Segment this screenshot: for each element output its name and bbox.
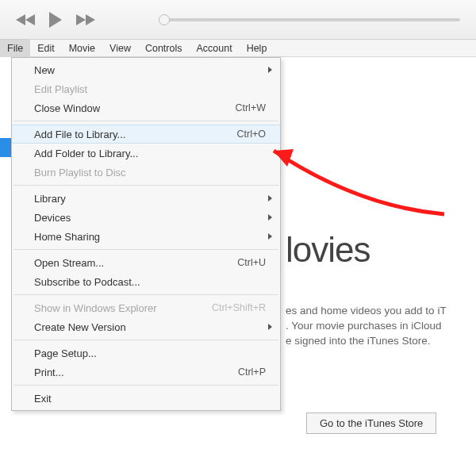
menu-separator <box>13 385 278 386</box>
menu-item-label: Add File to Library... <box>34 129 237 140</box>
playback-toolbar <box>0 0 476 40</box>
page-description: es and home videos you add to iT . Your … <box>286 303 476 348</box>
menu-item-new[interactable]: New <box>12 60 280 79</box>
content-area: lovies es and home videos you add to iT … <box>286 230 476 348</box>
description-line: es and home videos you add to iT <box>286 305 447 317</box>
menu-separator <box>13 294 278 295</box>
menu-item-shortcut: Ctrl+O <box>237 129 266 140</box>
menu-item-page-setup[interactable]: Page Setup... <box>12 343 280 363</box>
menu-item-label: Create New Version <box>34 321 266 333</box>
menu-item-devices[interactable]: Devices <box>12 208 280 227</box>
menu-item-show-in-windows-explorer: Show in Windows ExplorerCtrl+Shift+R <box>12 298 280 317</box>
menu-item-shortcut: Ctrl+U <box>237 257 266 268</box>
page-title: lovies <box>286 230 476 270</box>
menu-item-label: Show in Windows Explorer <box>34 302 212 314</box>
description-line: e signed into the iTunes Store. <box>286 335 431 347</box>
menu-item-label: Burn Playlist to Disc <box>34 167 266 178</box>
menu-help[interactable]: Help <box>240 40 274 56</box>
chevron-right-icon <box>268 195 272 201</box>
menu-item-library[interactable]: Library <box>12 189 280 208</box>
menu-item-shortcut: Ctrl+Shift+R <box>212 302 266 313</box>
menu-item-label: Print... <box>34 366 238 378</box>
menu-separator <box>13 249 278 250</box>
progress-thumb[interactable] <box>159 14 170 25</box>
menu-item-label: Page Setup... <box>34 347 266 359</box>
menu-item-label: Edit Playlist <box>34 83 266 95</box>
menu-item-label: Library <box>34 193 266 205</box>
play-icon[interactable] <box>48 11 63 29</box>
menu-file[interactable]: File <box>0 40 30 56</box>
progress-track <box>162 18 460 21</box>
menu-item-label: Subscribe to Podcast... <box>34 276 266 288</box>
chevron-right-icon <box>268 67 272 73</box>
menu-item-shortcut: Ctrl+P <box>238 366 266 378</box>
menu-separator <box>13 121 278 121</box>
menu-item-label: Exit <box>34 393 266 405</box>
menu-item-home-sharing[interactable]: Home Sharing <box>12 227 280 246</box>
menu-item-close-window[interactable]: Close WindowCtrl+W <box>12 98 280 117</box>
menu-item-add-file-to-library[interactable]: Add File to Library...Ctrl+O <box>12 125 280 144</box>
menu-item-create-new-version[interactable]: Create New Version <box>12 317 280 336</box>
menu-item-print[interactable]: Print...Ctrl+P <box>12 363 280 382</box>
menubar: File Edit Movie View Controls Account He… <box>0 40 476 57</box>
next-icon[interactable] <box>75 13 95 27</box>
chevron-right-icon <box>268 233 272 240</box>
menu-item-label: Open Stream... <box>34 257 237 269</box>
menu-item-burn-playlist-to-disc: Burn Playlist to Disc <box>12 163 280 182</box>
menu-separator <box>13 340 278 340</box>
menu-edit[interactable]: Edit <box>30 40 62 56</box>
chevron-right-icon <box>268 324 272 330</box>
menu-item-label: New <box>34 64 266 76</box>
menu-item-add-folder-to-library[interactable]: Add Folder to Library... <box>12 144 280 163</box>
menu-item-exit[interactable]: Exit <box>12 389 280 408</box>
menu-item-label: Home Sharing <box>34 231 266 243</box>
sidebar-selection-marker <box>0 138 11 157</box>
file-menu-dropdown: NewEdit PlaylistClose WindowCtrl+WAdd Fi… <box>11 57 281 411</box>
previous-icon[interactable] <box>16 13 36 27</box>
menu-item-open-stream[interactable]: Open Stream...Ctrl+U <box>12 253 280 272</box>
menu-controls[interactable]: Controls <box>138 40 190 56</box>
go-to-store-button[interactable]: Go to the iTunes Store <box>306 413 436 434</box>
menu-account[interactable]: Account <box>189 40 239 56</box>
description-line: . Your movie purchases in iCloud <box>286 320 442 332</box>
menu-item-label: Devices <box>34 212 266 224</box>
chevron-right-icon <box>268 214 272 221</box>
menu-view[interactable]: View <box>102 40 138 56</box>
menu-movie[interactable]: Movie <box>62 40 102 56</box>
menu-item-subscribe-to-podcast[interactable]: Subscribe to Podcast... <box>12 272 280 291</box>
menu-item-label: Close Window <box>34 102 235 114</box>
menu-item-shortcut: Ctrl+W <box>235 102 266 113</box>
menu-item-edit-playlist: Edit Playlist <box>12 79 280 98</box>
menu-separator <box>13 185 278 186</box>
progress-slider[interactable] <box>162 18 460 21</box>
menu-item-label: Add Folder to Library... <box>34 148 266 159</box>
